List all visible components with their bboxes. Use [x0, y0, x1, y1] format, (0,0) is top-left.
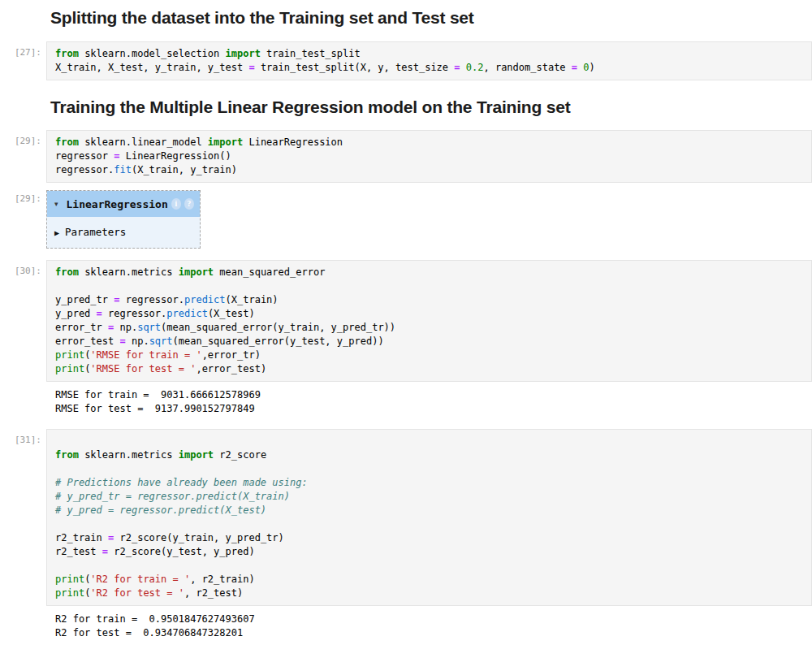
code-line: y_pred_tr = regressor.predict(X_train) — [55, 293, 805, 307]
cell-content: Splitting the dataset into the Training … — [46, 6, 812, 29]
cell-content: from sklearn.metrics import mean_squared… — [46, 260, 812, 382]
estimator-title: LinearRegression — [67, 198, 168, 210]
code-line: print('RMSE for test = ',error_test) — [55, 362, 805, 376]
cell-content: ▾LinearRegressioni?▶Parameters — [46, 188, 812, 249]
code-line: error_test = np.sqrt(mean_squared_error(… — [55, 335, 805, 348]
estimator-header-toggle[interactable]: ▾LinearRegressioni? — [47, 191, 200, 217]
code-editor[interactable]: from sklearn.model_selection import trai… — [46, 41, 812, 80]
code-line: r2_train = r2_score(y_train, y_pred_tr) — [55, 531, 805, 545]
code-line — [55, 559, 805, 573]
code-line — [55, 279, 805, 293]
cell-content: Training the Multiple Linear Regression … — [46, 96, 812, 119]
notebook-row: [27]:from sklearn.model_selection import… — [0, 41, 812, 80]
code-line — [55, 462, 805, 476]
output-prompt: [29]: — [0, 188, 46, 204]
input-prompt: [30]: — [0, 260, 46, 276]
input-prompt: [27]: — [0, 41, 46, 58]
notebook-row: Splitting the dataset into the Training … — [0, 6, 812, 29]
code-line — [55, 517, 805, 531]
code-line: error_tr = np.sqrt(mean_squared_error(y_… — [55, 321, 805, 335]
notebook-row: [31]: from sklearn.metrics import r2_sco… — [0, 429, 812, 606]
notebook-row: R2 for train = 0.9501847627493607R2 for … — [0, 609, 812, 643]
output-line: R2 for test = 0.934706847328201 — [55, 626, 812, 640]
markdown-heading: Splitting the dataset into the Training … — [46, 6, 812, 29]
notebook-row: Training the Multiple Linear Regression … — [0, 96, 812, 119]
code-line: from sklearn.metrics import mean_squared… — [55, 266, 805, 279]
info-icon[interactable]: i — [171, 198, 181, 210]
output-text: RMSE for train = 9031.666612578969RMSE f… — [46, 385, 812, 419]
notebook-row: RMSE for train = 9031.666612578969RMSE f… — [0, 385, 812, 419]
estimator-widget: ▾LinearRegressioni?▶Parameters — [46, 190, 201, 249]
code-line: # y_pred_tr = regressor.predict(X_train) — [55, 490, 805, 504]
code-line: regressor = LinearRegression() — [55, 149, 805, 163]
input-prompt: [31]: — [0, 429, 46, 445]
code-line: regressor.fit(X_train, y_train) — [55, 163, 805, 177]
cell-content: RMSE for train = 9031.666612578969RMSE f… — [46, 385, 812, 419]
output-line: RMSE for test = 9137.990152797849 — [55, 402, 812, 416]
code-line: y_pred = regressor.predict(X_test) — [55, 307, 805, 321]
code-line: print('R2 for test = ', r2_test) — [55, 587, 805, 600]
caret-down-icon: ▾ — [54, 201, 58, 208]
notebook-row: [29]:from sklearn.linear_model import Li… — [0, 130, 812, 183]
output-prompt — [0, 609, 46, 615]
cell-content: R2 for train = 0.9501847627493607R2 for … — [46, 609, 812, 643]
code-editor[interactable]: from sklearn.metrics import mean_squared… — [46, 260, 812, 382]
output-line: RMSE for train = 9031.666612578969 — [55, 388, 812, 402]
output-prompt — [0, 385, 46, 391]
code-line: from sklearn.linear_model import LinearR… — [55, 136, 805, 149]
code-line: from sklearn.metrics import r2_score — [55, 448, 805, 462]
output-prompt — [0, 96, 46, 102]
code-line: r2_test = r2_score(y_test, y_pred) — [55, 545, 805, 559]
jupyter-notebook-page: Splitting the dataset into the Training … — [0, 0, 812, 645]
caret-right-icon: ▶ — [54, 228, 59, 237]
input-prompt: [29]: — [0, 130, 46, 146]
code-line: print('R2 for train = ', r2_train) — [55, 573, 805, 587]
output-text: R2 for train = 0.9501847627493607R2 for … — [46, 609, 812, 643]
markdown-heading: Training the Multiple Linear Regression … — [46, 96, 812, 119]
code-line: print('RMSE for train = ',error_tr) — [55, 348, 805, 362]
code-editor[interactable]: from sklearn.linear_model import LinearR… — [46, 130, 812, 183]
output-prompt — [0, 6, 46, 12]
notebook: Splitting the dataset into the Training … — [0, 6, 812, 643]
code-line — [55, 435, 805, 448]
cell-content: from sklearn.linear_model import LinearR… — [46, 130, 812, 183]
code-line: X_train, X_test, y_train, y_test = train… — [55, 61, 805, 75]
help-icon[interactable]: ? — [184, 198, 194, 210]
code-line: from sklearn.model_selection import trai… — [55, 47, 805, 61]
code-line: # y_pred = regressor.predict(X_test) — [55, 504, 805, 517]
cell-content: from sklearn.model_selection import trai… — [46, 41, 812, 80]
output-line: R2 for train = 0.9501847627493607 — [55, 613, 812, 626]
code-line: # Predictions have already been made usi… — [55, 476, 805, 490]
notebook-row: [29]:▾LinearRegressioni?▶Parameters — [0, 188, 812, 249]
parameters-toggle[interactable]: ▶Parameters — [47, 217, 200, 248]
code-editor[interactable]: from sklearn.metrics import r2_score # P… — [46, 429, 812, 606]
parameters-label: Parameters — [65, 226, 126, 238]
notebook-row: [30]:from sklearn.metrics import mean_sq… — [0, 260, 812, 382]
cell-content: from sklearn.metrics import r2_score # P… — [46, 429, 812, 606]
